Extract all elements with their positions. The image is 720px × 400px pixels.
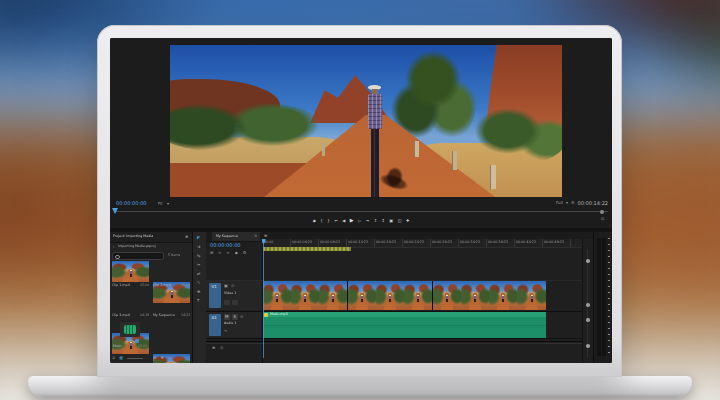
hand-tool[interactable]: ⊕ (197, 290, 200, 294)
comparison-view-button[interactable]: ◫ (398, 219, 402, 223)
project-item-duration: 02:00 (138, 345, 147, 348)
scrollbar-knob[interactable] (586, 259, 590, 263)
person-legs (371, 129, 379, 197)
slip-tool[interactable]: ⇄ (197, 272, 200, 276)
lift-button[interactable]: ↥ (374, 219, 377, 223)
go-to-out-button[interactable]: ⇥ (366, 219, 369, 223)
ripple-edit-tool[interactable]: ⇆ (197, 254, 200, 258)
linked-selection-icon[interactable]: ∞ (226, 251, 229, 255)
new-bin-icon[interactable]: ⊞ (153, 356, 156, 360)
audio-track-patch[interactable]: A1 (209, 314, 221, 336)
sequence-timecode[interactable]: 00:00:00:00 (210, 243, 241, 248)
icon-view-icon[interactable]: ▦ (119, 356, 123, 360)
new-item-icon[interactable]: ✚ (161, 356, 164, 360)
video-clip[interactable] (263, 281, 348, 310)
audio-track-header: A1 M S ⊙ Audio 1 ∿ (206, 312, 262, 338)
timeline-settings-icon[interactable]: ⚙ (243, 251, 247, 255)
work-area-bar[interactable] (263, 247, 351, 251)
selection-tool[interactable]: ◤ (197, 236, 200, 240)
ruler-label: 00:00:29:23 (432, 241, 452, 244)
add-marker-icon[interactable]: ◆ (235, 251, 238, 255)
step-forward-button[interactable]: ▷ (358, 219, 361, 223)
video-track-patch[interactable]: V1 (209, 283, 221, 308)
timeline-panel: My Sequence × ≡ 00:00:00:00 ⊞ ∩ ∞ ◆ ⚙ 00… (206, 232, 612, 363)
search-input[interactable] (112, 252, 164, 260)
thumbnail-zoom-slider[interactable] (127, 358, 143, 359)
mark-out-button[interactable]: } (327, 219, 330, 223)
mute-label: M (225, 315, 228, 319)
mark-in-button[interactable]: { (320, 219, 323, 223)
bin-back-icon[interactable]: ‹ (113, 245, 115, 249)
playback-resolution-select[interactable]: Full (556, 201, 563, 205)
project-item-duration: 05:00 (140, 284, 149, 287)
project-item-name[interactable]: My Sequence (153, 314, 175, 317)
transport-controls: ◆ { } ⇤ ◀ ▶ ▷ ⇥ ↥ ↧ ▣ ◫ ✚ (241, 214, 481, 227)
project-item-thumbnail[interactable] (112, 261, 149, 282)
scrubber-end-knob[interactable] (600, 210, 604, 214)
pen-tool[interactable]: ✎ (197, 281, 200, 285)
video-preview[interactable] (170, 45, 562, 197)
ruler-label: 00:00:14:23 (348, 241, 368, 244)
current-timecode[interactable]: 00:00:00:00 (116, 201, 147, 206)
scrollbar-knob[interactable] (586, 344, 590, 348)
type-tool[interactable]: T (197, 299, 199, 303)
items-count: 5 Items (168, 254, 180, 257)
meter-channel (602, 238, 606, 356)
meter-channel (597, 238, 601, 356)
export-frame-button[interactable]: ▣ (389, 219, 393, 223)
playhead-line[interactable] (263, 239, 264, 358)
nest-toggle-icon[interactable]: ⊞ (210, 251, 213, 255)
razor-tool[interactable]: ✂ (197, 263, 200, 267)
fullscreen-icon[interactable]: ⊡ (601, 217, 604, 221)
button-editor-button[interactable]: ✚ (406, 219, 409, 223)
monitor-settings-icon[interactable]: ⚙ (571, 201, 575, 205)
project-item-name[interactable]: Clip 2.mp4 (153, 284, 171, 287)
delete-icon[interactable]: ▭ (168, 356, 172, 360)
track-option-button[interactable] (224, 300, 230, 305)
ruler-label: 00:00:44:23 (516, 241, 536, 244)
waveform-toggle-icon[interactable]: ∿ (224, 329, 227, 333)
monitor-scrubber-track[interactable] (114, 211, 608, 212)
timeline-tab[interactable]: My Sequence × (212, 232, 260, 241)
step-back-button[interactable]: ◀ (342, 219, 345, 223)
panel-menu-icon[interactable]: ≡ (264, 234, 267, 238)
master-row-icon[interactable]: ⊙ (220, 346, 223, 350)
go-to-in-button[interactable]: ⇤ (334, 219, 337, 223)
bin-name[interactable]: Importing Media.prproj (118, 245, 156, 248)
audio-clip[interactable]: Music.mp3 (263, 312, 546, 338)
timeline-toolbar: ⊞ ∩ ∞ ◆ ⚙ (210, 251, 246, 255)
solo-button[interactable]: S (232, 314, 238, 320)
project-item-name[interactable]: Clip 3.mp4 (112, 314, 130, 317)
duration-timecode: 00:00:14:22 (577, 201, 608, 206)
list-view-icon[interactable]: ≣ (112, 356, 115, 360)
person-shirt (368, 94, 382, 129)
play-button[interactable]: ▶ (350, 218, 354, 223)
patch-label: A1 (212, 316, 217, 320)
track-select-tool[interactable]: ⇉ (197, 245, 200, 249)
master-row-icon[interactable]: ≡ (212, 346, 215, 350)
fence-post (490, 165, 496, 189)
track-option-button[interactable] (232, 300, 238, 305)
extract-button[interactable]: ↧ (381, 219, 384, 223)
close-icon[interactable]: × (254, 234, 257, 238)
fx-badge (264, 313, 268, 317)
track-name: Video 1 (224, 292, 236, 295)
video-clip[interactable] (433, 281, 546, 310)
project-item-name[interactable]: Music (113, 345, 122, 348)
track-lock-icon[interactable]: ▣ (224, 284, 228, 288)
add-marker-button[interactable]: ◆ (313, 219, 316, 223)
panel-menu-icon[interactable]: ≡ (185, 235, 188, 239)
project-panel: Project: Importing Media ≡ ‹ Importing M… (110, 232, 193, 363)
toggle-track-output-icon[interactable]: ⊙ (231, 284, 234, 288)
zoom-level-select[interactable]: Fit (158, 202, 163, 206)
project-tab[interactable]: Project: Importing Media (113, 235, 153, 238)
audio-item-thumbnail[interactable] (120, 322, 140, 337)
snap-icon[interactable]: ∩ (218, 251, 221, 255)
project-item-name[interactable]: Clip 1.mp4 (112, 284, 130, 287)
video-clip[interactable] (348, 281, 433, 310)
track-name: Audio 1 (224, 322, 236, 325)
scrollbar-knob[interactable] (586, 318, 590, 322)
scrollbar-knob[interactable] (586, 303, 590, 307)
speaker-icon[interactable]: ⊙ (240, 315, 243, 319)
mute-button[interactable]: M (224, 314, 230, 320)
